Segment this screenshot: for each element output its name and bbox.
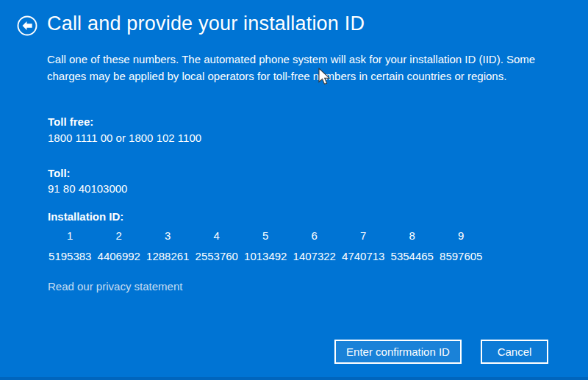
back-arrow-icon: [17, 26, 37, 38]
installation-id-value-row: 5195383 4406992 1288261 2553760 1013492 …: [46, 250, 486, 262]
iid-column-header: 9: [437, 229, 486, 242]
description-text: Call one of these numbers. The automated…: [47, 51, 562, 85]
iid-column-header: 3: [143, 229, 193, 242]
iid-column-header: 4: [193, 229, 242, 242]
iid-column-header: 1: [46, 229, 95, 242]
iid-value-group: 4740713: [339, 250, 388, 262]
toll-number: 91 80 40103000: [48, 182, 127, 195]
privacy-statement-link[interactable]: Read our privacy statement: [48, 280, 182, 293]
iid-value-group: 5354465: [388, 250, 437, 262]
toll-free-label: Toll free:: [48, 115, 93, 128]
back-button[interactable]: [17, 15, 37, 36]
cancel-button[interactable]: Cancel: [481, 340, 548, 364]
iid-value-group: 4406992: [95, 250, 144, 262]
toll-free-numbers: 1800 1111 00 or 1800 102 1100: [48, 132, 201, 144]
installation-id-label: Installation ID:: [48, 210, 123, 223]
iid-value-group: 5195383: [46, 250, 95, 262]
page-title: Call and provide your installation ID: [47, 12, 365, 35]
iid-column-header: 2: [95, 229, 144, 242]
iid-column-header: 7: [339, 229, 388, 242]
toll-label: Toll:: [48, 167, 71, 179]
iid-value-group: 2553760: [193, 250, 242, 262]
installation-id-header-row: 1 2 3 4 5 6 7 8 9: [46, 229, 486, 242]
iid-value-group: 1013492: [241, 250, 290, 262]
iid-column-header: 6: [290, 229, 340, 242]
iid-value-group: 8597605: [437, 250, 486, 262]
iid-value-group: 1288261: [143, 250, 193, 262]
iid-value-group: 1407322: [290, 250, 340, 262]
iid-column-header: 8: [388, 229, 437, 242]
activation-call-page: Call and provide your installation ID Ca…: [0, 0, 588, 380]
window-bottom-edge: [0, 377, 588, 380]
enter-confirmation-id-button[interactable]: Enter confirmation ID: [334, 340, 462, 364]
iid-column-header: 5: [241, 229, 290, 242]
